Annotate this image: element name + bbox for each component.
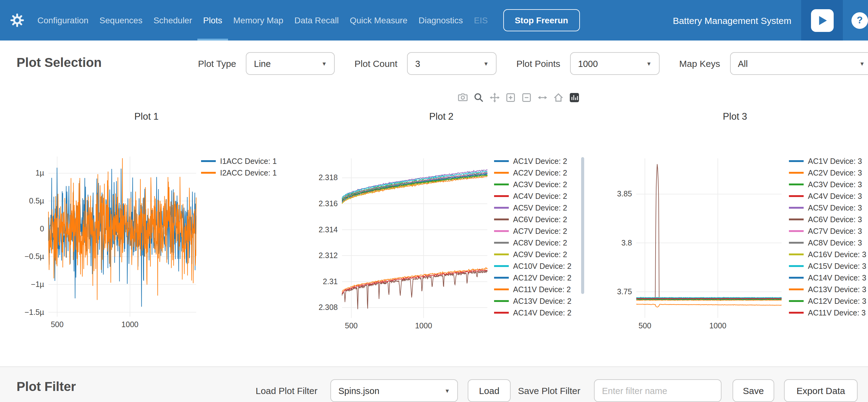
legend-item[interactable]: AC13V Device: 3 [789, 284, 866, 295]
legend-label: AC2V Device: 2 [513, 169, 567, 177]
zoom-out-icon[interactable] [521, 91, 533, 104]
plot-type-value: Line [254, 59, 271, 68]
legend-item[interactable]: AC5V Device: 2 [494, 202, 571, 213]
help-icon[interactable]: ? [851, 12, 868, 29]
plot-3-canvas[interactable]: 3.853.83.755001000 [604, 153, 788, 338]
legend-swatch [494, 242, 509, 243]
legend-item[interactable]: AC14V Device: 3 [789, 272, 866, 284]
nav-item-sequences[interactable]: Sequences [94, 0, 148, 40]
svg-text:2.314: 2.314 [318, 225, 338, 234]
nav-item-memory-map[interactable]: Memory Map [228, 0, 289, 40]
legend-item[interactable]: AC4V Device: 2 [494, 190, 571, 202]
legend-item[interactable]: AC11V Device: 2 [494, 284, 571, 295]
legend-swatch [789, 196, 804, 197]
axis-tick-labels: 2.3182.3162.3142.3122.312.3085001000 [318, 173, 432, 330]
legend-item[interactable]: AC11V Device: 3 [789, 307, 866, 319]
play-button[interactable] [801, 0, 843, 40]
legend-item[interactable]: AC3V Device: 3 [789, 179, 866, 190]
legend-swatch [789, 219, 804, 220]
legend-item[interactable]: AC9V Device: 2 [494, 249, 571, 260]
reset-axes-home-icon[interactable] [552, 91, 564, 104]
plot-2-legend: AC1V Device: 2AC2V Device: 2AC3V Device:… [494, 155, 571, 319]
plot-count-select[interactable]: 3 ▼ [407, 52, 497, 75]
nav-item-scheduler[interactable]: Scheduler [148, 0, 198, 40]
pan-icon[interactable] [489, 91, 501, 104]
legend-item[interactable]: AC14V Device: 2 [494, 307, 571, 319]
map-keys-select[interactable]: All ▼ [730, 52, 868, 75]
nav-item-quick-measure[interactable]: Quick Measure [344, 0, 413, 40]
svg-text:0: 0 [40, 224, 44, 233]
legend-item[interactable]: AC5V Device: 3 [789, 202, 866, 213]
plot-type-control: Plot Type Line ▼ [198, 52, 354, 75]
nav-item-data-recall[interactable]: Data Recall [289, 0, 344, 40]
legend-item[interactable]: AC2V Device: 2 [494, 167, 571, 179]
stop-freerun-button[interactable]: Stop Freerun [503, 9, 580, 31]
nav-item-plots[interactable]: Plots [198, 0, 228, 40]
filter-file-select[interactable]: Spins.json ▼ [331, 379, 458, 402]
svg-text:1µ: 1µ [36, 169, 44, 177]
legend-label: AC7V Device: 2 [513, 227, 567, 235]
series-ac13v-device-2 [342, 175, 487, 201]
legend-item[interactable]: I2ACC Device: 1 [201, 167, 277, 179]
camera-icon[interactable] [457, 91, 469, 104]
legend-item[interactable]: AC13V Device: 2 [494, 295, 571, 307]
nav-item-configuration[interactable]: Configuration [32, 0, 94, 40]
nav-item-eis[interactable]: EIS [468, 0, 493, 40]
legend-item[interactable]: AC4V Device: 3 [789, 190, 866, 202]
plot-1-legend: I1ACC Device: 1I2ACC Device: 1 [201, 155, 277, 179]
legend-scrollbar[interactable] [581, 157, 584, 294]
legend-item[interactable]: AC7V Device: 3 [789, 225, 866, 237]
save-button[interactable]: Save [733, 379, 774, 402]
load-button[interactable]: Load [468, 379, 510, 402]
legend-swatch [494, 230, 509, 232]
plot-1-canvas[interactable]: 1µ0.5µ0−0.5µ−1µ−1.5µ5001000 [17, 153, 201, 338]
settings-gear-icon[interactable] [10, 13, 25, 28]
legend-item[interactable]: AC2V Device: 3 [789, 167, 866, 179]
series-ac11v-device-2 [342, 267, 487, 292]
legend-item[interactable]: AC1V Device: 2 [494, 155, 571, 167]
legend-item[interactable]: AC12V Device: 2 [494, 272, 571, 284]
svg-text:1000: 1000 [121, 320, 138, 329]
legend-item[interactable]: AC16V Device: 3 [789, 249, 866, 260]
series-lines [342, 170, 487, 309]
plot-type-select[interactable]: Line ▼ [246, 52, 335, 75]
legend-item[interactable]: I1ACC Device: 1 [201, 155, 277, 167]
legend-item[interactable]: AC12V Device: 3 [789, 295, 866, 307]
legend-item[interactable]: AC10V Device: 2 [494, 260, 571, 272]
zoom-icon[interactable] [473, 91, 485, 104]
plot-selection-controls: Plot Type Line ▼ Plot Count 3 ▼ Plot Poi… [198, 40, 868, 87]
export-data-button[interactable]: Export Data [784, 379, 858, 402]
legend-item[interactable]: AC1V Device: 3 [789, 155, 866, 167]
legend-item[interactable]: AC8V Device: 3 [789, 237, 866, 249]
legend-item[interactable]: AC6V Device: 2 [494, 213, 571, 225]
legend-swatch [494, 184, 509, 185]
legend-swatch [494, 161, 509, 162]
svg-text:−1.5µ: −1.5µ [25, 308, 44, 316]
zoom-in-icon[interactable] [504, 91, 517, 104]
legend-item[interactable]: AC3V Device: 2 [494, 179, 571, 190]
legend-swatch [789, 242, 804, 243]
plot-2-canvas[interactable]: 2.3182.3162.3142.3122.312.3085001000 [307, 153, 497, 338]
filter-name-input[interactable] [594, 379, 721, 402]
legend-swatch [494, 172, 509, 174]
legend-swatch [201, 172, 216, 174]
legend-swatch [494, 265, 509, 267]
legend-item[interactable]: AC6V Device: 3 [789, 213, 866, 225]
svg-text:2.312: 2.312 [318, 251, 338, 260]
legend-swatch [494, 312, 509, 314]
legend-swatch [494, 300, 509, 302]
legend-label: I2ACC Device: 1 [220, 169, 277, 177]
autoscale-icon[interactable] [536, 91, 549, 104]
nav-item-diagnostics[interactable]: Diagnostics [413, 0, 468, 40]
legend-swatch [789, 312, 804, 314]
legend-swatch [494, 277, 509, 279]
plot-count-value: 3 [415, 59, 420, 68]
legend-item[interactable]: AC7V Device: 2 [494, 225, 571, 237]
legend-item[interactable]: AC8V Device: 2 [494, 237, 571, 249]
top-nav-bar: ConfigurationSequencesSchedulerPlotsMemo… [0, 0, 868, 40]
map-keys-control: Map Keys All ▼ [679, 52, 868, 75]
toggle-spikelines-icon[interactable] [568, 91, 581, 104]
plot-points-select[interactable]: 1000 ▼ [570, 52, 659, 75]
legend-item[interactable]: AC15V Device: 3 [789, 260, 866, 272]
legend-swatch [789, 300, 804, 302]
